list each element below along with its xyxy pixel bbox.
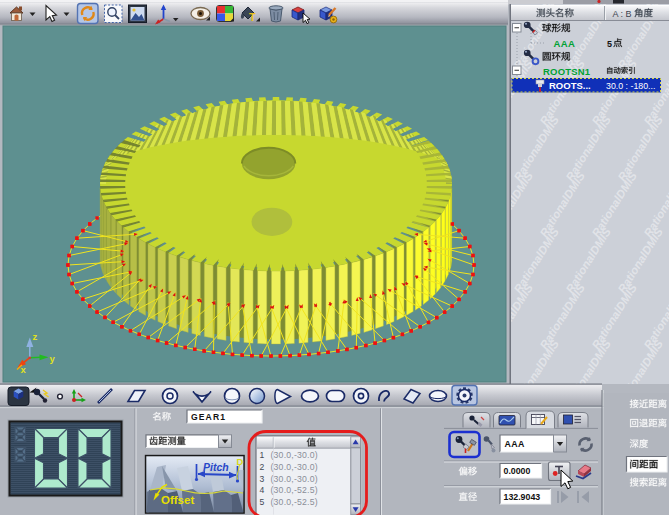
- svg-text:30.0 : -180...: 30.0 : -180...: [606, 81, 655, 91]
- svg-text:5: 5: [260, 497, 265, 507]
- svg-text:(30.0,-30.0): (30.0,-30.0): [271, 474, 318, 484]
- svg-text:D: D: [237, 456, 244, 467]
- svg-text:(30.0,-52.5): (30.0,-52.5): [271, 485, 318, 495]
- svg-text:ROOTSN1: ROOTSN1: [543, 66, 591, 77]
- svg-text:3: 3: [260, 474, 265, 484]
- svg-text:Pitch: Pitch: [203, 461, 229, 473]
- svg-text:5: 5: [607, 39, 612, 49]
- svg-text:(30.0,-52.5): (30.0,-52.5): [271, 497, 318, 507]
- svg-text:z: z: [33, 331, 38, 342]
- svg-text:Offset: Offset: [161, 494, 194, 506]
- svg-text:AAA: AAA: [554, 38, 576, 49]
- svg-text:GEAR1: GEAR1: [191, 412, 226, 422]
- svg-text:x: x: [21, 364, 27, 375]
- svg-text:2: 2: [260, 462, 265, 472]
- svg-text:y: y: [50, 353, 56, 364]
- svg-text:132.9043: 132.9043: [504, 492, 541, 502]
- svg-text:AAA: AAA: [505, 439, 526, 449]
- svg-text:T: T: [249, 11, 256, 23]
- svg-text:(30.0,-30.0): (30.0,-30.0): [271, 450, 318, 460]
- svg-text:1: 1: [260, 450, 265, 460]
- svg-text:4: 4: [260, 485, 265, 495]
- svg-text:ROOTS...: ROOTS...: [549, 80, 591, 91]
- svg-text:A : B: A : B: [613, 9, 632, 19]
- svg-text:0.0000: 0.0000: [504, 466, 531, 476]
- svg-text:(30.0,-30.0): (30.0,-30.0): [271, 462, 318, 472]
